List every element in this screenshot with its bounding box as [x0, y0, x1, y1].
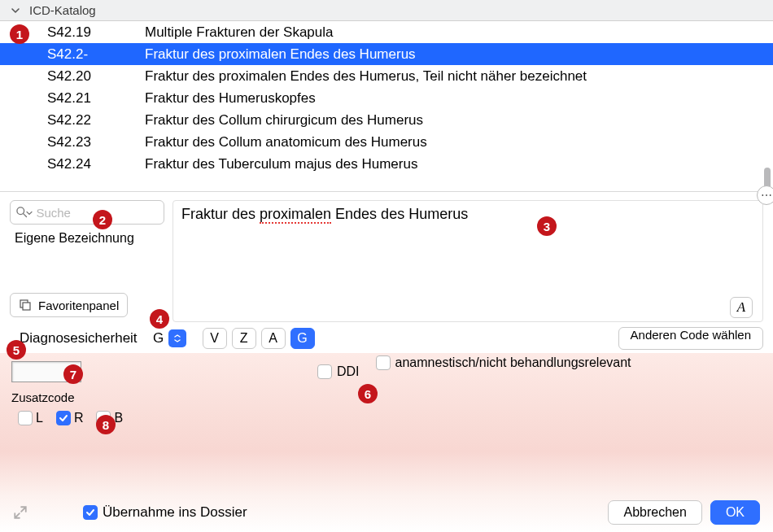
dossier-checkbox[interactable] — [83, 505, 98, 520]
ok-button[interactable]: OK — [710, 500, 760, 525]
ddi-label: DDI — [337, 364, 360, 379]
icd-list-row[interactable]: S42.19Multiple Frakturen der Skapula — [0, 21, 773, 43]
icd-list-row[interactable]: S42.20Fraktur des proximalen Endes des H… — [0, 65, 773, 87]
catalog-title: ICD-Katalog — [29, 3, 96, 17]
icd-code: S42.20 — [47, 68, 145, 85]
own-designation-label: Eigene Bezeichnung — [10, 231, 134, 246]
icd-code: S42.22 — [47, 112, 145, 129]
annotation-badge-8: 8 — [96, 415, 116, 434]
more-icon[interactable]: ⋯ — [757, 185, 773, 205]
certainty-option-z[interactable]: Z — [232, 328, 256, 349]
laterality-r-wrap[interactable]: R — [56, 411, 84, 425]
anamnestic-label: anamnestisch/nicht behandlungsrelevant — [395, 355, 631, 370]
icd-code: S42.24 — [47, 156, 145, 172]
catalog-titlebar: ICD-Katalog — [0, 0, 773, 21]
laterality-r-label: R — [74, 411, 84, 425]
diagnosis-certainty-value: G — [149, 330, 168, 347]
icd-code: S42.19 — [47, 24, 145, 41]
annotation-badge-1: 1 — [10, 24, 29, 44]
favorites-panel-label: Favoritenpanel — [38, 299, 119, 312]
description-text-spell: proximalen — [260, 206, 331, 224]
certainty-option-a[interactable]: A — [261, 328, 286, 349]
expand-icon[interactable] — [13, 505, 28, 520]
certainty-option-v[interactable]: V — [203, 328, 227, 349]
certainty-option-g[interactable]: G — [290, 328, 315, 349]
ddi-checkbox[interactable] — [317, 364, 332, 379]
icd-description: Fraktur des Collum anatomicum des Humeru… — [145, 134, 773, 150]
dropdown-chevron-icon[interactable] — [168, 329, 186, 347]
icd-description: Fraktur des proximalen Endes des Humerus — [145, 46, 773, 63]
stack-icon — [19, 299, 32, 312]
laterality-b-label: B — [114, 411, 123, 425]
icd-list[interactable]: S42.19Multiple Frakturen der SkapulaS42.… — [0, 21, 773, 192]
annotation-badge-7: 7 — [63, 364, 83, 384]
annotation-badge-5: 5 — [7, 340, 26, 360]
icd-description: Fraktur des Tuberculum majus des Humerus — [145, 156, 773, 172]
svg-rect-3 — [23, 303, 30, 310]
icd-description: Fraktur des Collum chirurgicum des Humer… — [145, 112, 773, 129]
icd-list-row[interactable]: S42.22Fraktur des Collum chirurgicum des… — [0, 109, 773, 131]
zusatzcode-label: Zusatzcode — [11, 390, 763, 404]
anamnestic-checkbox-wrap[interactable]: anamnestisch/nicht behandlungsrelevant — [376, 355, 631, 370]
diagnosis-certainty-dropdown[interactable]: G — [149, 329, 186, 347]
anamnestic-checkbox[interactable] — [376, 355, 391, 370]
laterality-l-checkbox[interactable] — [18, 411, 33, 425]
icd-code: S42.23 — [47, 134, 145, 150]
favorites-panel-button[interactable]: Favoritenpanel — [10, 293, 128, 317]
icd-list-row[interactable]: S42.23Fraktur des Collum anatomicum des … — [0, 131, 773, 153]
description-text-before: Fraktur des — [181, 206, 260, 222]
diagnosis-certainty-label: Diagnosesicherheit — [20, 330, 138, 347]
icd-description: Fraktur des proximalen Endes des Humerus… — [145, 68, 773, 85]
annotation-badge-6: 6 — [358, 384, 378, 403]
choose-other-code-button[interactable]: Anderen Code wählen — [618, 327, 763, 350]
search-chevron-icon — [26, 205, 33, 220]
icd-description: Fraktur des Humeruskopfes — [145, 90, 773, 107]
icd-description: Multiple Frakturen der Skapula — [145, 24, 773, 41]
laterality-l-wrap[interactable]: L — [18, 411, 43, 425]
search-field-wrap[interactable] — [10, 200, 164, 225]
laterality-r-checkbox[interactable] — [56, 411, 71, 425]
icd-code: S42.2- — [47, 46, 145, 63]
description-textarea[interactable]: Fraktur des proximalen Endes des Humerus… — [173, 200, 763, 322]
description-text-after: Endes des Humerus — [331, 206, 468, 222]
font-style-button[interactable]: A — [730, 297, 753, 318]
ddi-checkbox-wrap[interactable]: DDI — [317, 364, 360, 379]
icd-code: S42.21 — [47, 90, 145, 107]
icd-list-row[interactable]: S42.21Fraktur des Humeruskopfes — [0, 87, 773, 109]
icd-list-row[interactable]: S42.24Fraktur des Tuberculum majus des H… — [0, 153, 773, 175]
dossier-checkbox-wrap[interactable]: Übernahme ins Dossier — [83, 504, 247, 521]
annotation-badge-2: 2 — [93, 210, 112, 229]
cancel-button[interactable]: Abbrechen — [608, 500, 701, 525]
chevron-down-icon[interactable] — [10, 5, 21, 16]
dossier-label: Übernahme ins Dossier — [103, 504, 247, 521]
laterality-l-label: L — [36, 411, 43, 425]
annotation-badge-3: 3 — [537, 216, 557, 236]
annotation-badge-4: 4 — [150, 309, 169, 329]
icd-list-row[interactable]: S42.2-Fraktur des proximalen Endes des H… — [0, 43, 773, 65]
